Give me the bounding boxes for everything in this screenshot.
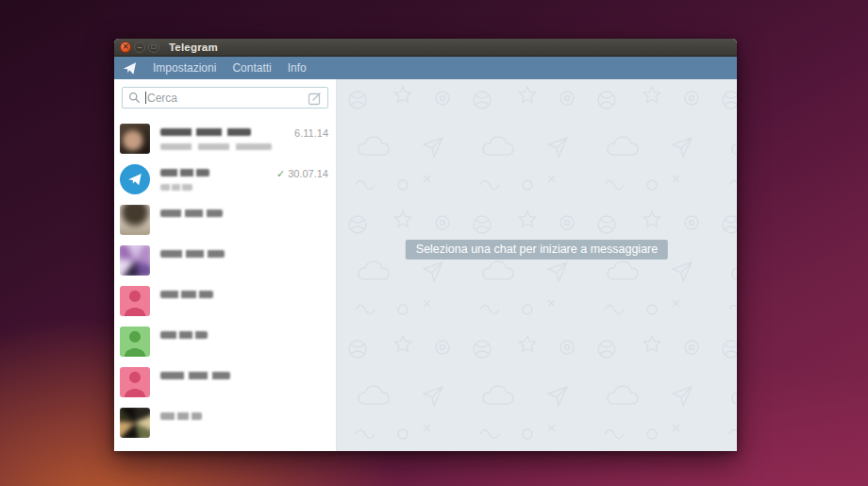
window-title: Telegram bbox=[169, 42, 218, 53]
search-bar: Cerca bbox=[114, 79, 336, 116]
maximize-icon[interactable]: □ bbox=[148, 42, 159, 53]
text-caret bbox=[145, 92, 146, 104]
redacted-chat-name bbox=[160, 412, 202, 420]
search-input[interactable]: Cerca bbox=[122, 87, 328, 109]
person-silhouette-icon bbox=[120, 327, 150, 357]
compose-icon[interactable] bbox=[308, 91, 323, 106]
window-titlebar[interactable]: ✕ – □ Telegram bbox=[114, 39, 737, 57]
avatar-photo bbox=[120, 245, 150, 276]
minimize-icon[interactable]: – bbox=[134, 42, 145, 53]
telegram-plane-icon bbox=[127, 172, 142, 187]
avatar-placeholder bbox=[120, 327, 150, 357]
redacted-chat-name bbox=[160, 128, 251, 136]
menubar: Impostazioni Contatti Info bbox=[114, 57, 737, 79]
redacted-chat-name bbox=[160, 291, 213, 298]
redacted-chat-name bbox=[160, 372, 230, 379]
chat-list-item-3[interactable] bbox=[114, 200, 336, 241]
menu-item-contatti[interactable]: Contatti bbox=[232, 61, 271, 75]
desktop-wallpaper: ✕ – □ Telegram Impostazioni Contatti Inf… bbox=[0, 0, 868, 486]
redacted-chat-name bbox=[160, 331, 208, 339]
avatar-photo bbox=[120, 124, 150, 154]
chat-list-item-1[interactable]: 6.11.14 bbox=[114, 119, 336, 159]
chat-list-item-4[interactable] bbox=[114, 241, 336, 281]
search-placeholder: Cerca bbox=[147, 92, 177, 105]
close-icon[interactable]: ✕ bbox=[120, 42, 131, 53]
chat-date: 6.11.14 bbox=[294, 127, 328, 139]
empty-state-message: Seleziona una chat per iniziare a messag… bbox=[406, 240, 668, 260]
chat-list: 6.11.14 ✓ bbox=[114, 119, 336, 444]
window-body: Cerca 6.11.14 bbox=[114, 79, 737, 451]
person-silhouette-icon bbox=[120, 367, 150, 397]
chat-area: Seleziona una chat per iniziare a messag… bbox=[337, 79, 737, 451]
chat-list-item-2[interactable]: ✓ 30.07.14 bbox=[114, 159, 336, 200]
menu-item-info[interactable]: Info bbox=[288, 61, 307, 75]
redacted-message-preview bbox=[160, 143, 272, 150]
redacted-chat-name bbox=[160, 250, 225, 258]
avatar-photo bbox=[120, 408, 150, 438]
chat-list-item-6[interactable] bbox=[114, 322, 336, 362]
chat-list-pane: Cerca 6.11.14 bbox=[114, 79, 337, 451]
avatar-placeholder bbox=[120, 367, 150, 397]
menu-item-impostazioni[interactable]: Impostazioni bbox=[153, 61, 216, 75]
chat-list-item-7[interactable] bbox=[114, 362, 336, 403]
chat-list-item-8[interactable] bbox=[114, 403, 336, 444]
doodle-pattern-background bbox=[337, 79, 737, 451]
search-icon bbox=[128, 92, 141, 104]
telegram-window: ✕ – □ Telegram Impostazioni Contatti Inf… bbox=[114, 39, 737, 451]
avatar-telegram-logo bbox=[120, 164, 150, 194]
chat-date: 30.07.14 bbox=[288, 168, 328, 179]
redacted-chat-name bbox=[160, 209, 223, 217]
telegram-plane-icon bbox=[123, 61, 137, 75]
read-check-icon: ✓ bbox=[276, 169, 285, 179]
redacted-chat-name bbox=[160, 169, 209, 176]
avatar-photo bbox=[120, 205, 150, 235]
person-silhouette-icon bbox=[120, 286, 150, 316]
avatar-placeholder bbox=[120, 286, 150, 316]
chat-list-item-5[interactable] bbox=[114, 281, 336, 322]
redacted-message-preview bbox=[160, 184, 192, 191]
